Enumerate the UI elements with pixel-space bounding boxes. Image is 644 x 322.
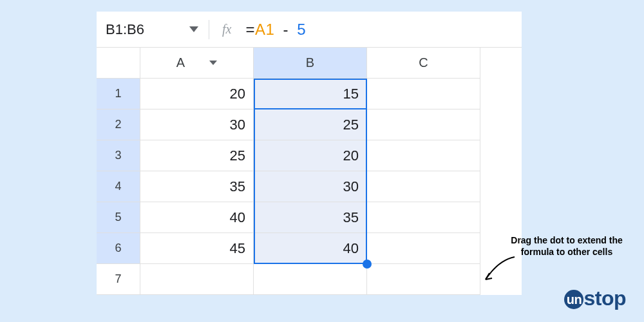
row-header-2[interactable]: 2 bbox=[97, 109, 140, 140]
column-header-b[interactable]: B bbox=[254, 48, 367, 79]
cell-b6[interactable]: 40 bbox=[254, 233, 367, 264]
cell-b5[interactable]: 35 bbox=[254, 202, 367, 233]
column-label: A bbox=[176, 55, 185, 70]
row-header-4[interactable]: 4 bbox=[97, 171, 140, 202]
annotation-text: Drag the dot to extend the formula to ot… bbox=[509, 234, 625, 258]
column-label: C bbox=[419, 55, 428, 70]
formula-bar[interactable]: =A1 - 5 bbox=[245, 21, 306, 39]
name-box[interactable]: B1:B6 bbox=[106, 21, 176, 38]
cell-c6[interactable] bbox=[367, 233, 480, 264]
fill-handle[interactable] bbox=[363, 260, 372, 269]
cell-a6[interactable]: 45 bbox=[140, 233, 254, 264]
formula-operator: - bbox=[283, 21, 289, 38]
spreadsheet-window: B1:B6 fx =A1 - 5 A B C 1 20 15 2 30 25 3… bbox=[97, 12, 522, 295]
cell-a1[interactable]: 20 bbox=[140, 79, 254, 109]
cell-c3[interactable] bbox=[367, 140, 480, 171]
row-header-3[interactable]: 3 bbox=[97, 140, 140, 171]
cell-b4[interactable]: 30 bbox=[254, 171, 367, 202]
cell-c1[interactable] bbox=[367, 79, 480, 109]
logo-prefix: un bbox=[564, 290, 583, 309]
logo-suffix: stop bbox=[583, 287, 626, 310]
cell-c4[interactable] bbox=[367, 171, 480, 202]
formula-equals: = bbox=[245, 21, 255, 38]
column-label: B bbox=[306, 55, 314, 70]
cell-b3[interactable]: 20 bbox=[254, 140, 367, 171]
formula-toolbar: B1:B6 fx =A1 - 5 bbox=[97, 12, 522, 48]
annotation-arrow-icon bbox=[479, 254, 518, 286]
cell-a7[interactable] bbox=[140, 264, 254, 295]
cell-a3[interactable]: 25 bbox=[140, 140, 254, 171]
cell-a4[interactable]: 35 bbox=[140, 171, 254, 202]
cell-b7[interactable] bbox=[254, 264, 367, 295]
column-header-c[interactable]: C bbox=[367, 48, 480, 79]
column-menu-icon[interactable] bbox=[209, 61, 217, 65]
cell-b1[interactable]: 15 bbox=[254, 79, 367, 109]
toolbar-divider bbox=[209, 20, 209, 39]
column-header-a[interactable]: A bbox=[140, 48, 254, 79]
formula-cell-ref: A1 bbox=[255, 21, 274, 38]
cell-b2[interactable]: 25 bbox=[254, 109, 367, 140]
cell-a2[interactable]: 30 bbox=[140, 109, 254, 140]
row-header-1[interactable]: 1 bbox=[97, 79, 140, 109]
brand-logo: unstop bbox=[564, 287, 626, 310]
fx-icon: fx bbox=[222, 22, 231, 37]
grid[interactable]: A B C 1 20 15 2 30 25 3 25 20 4 35 30 5 … bbox=[97, 48, 522, 295]
name-box-dropdown-icon[interactable] bbox=[189, 26, 198, 32]
cell-a5[interactable]: 40 bbox=[140, 202, 254, 233]
row-header-5[interactable]: 5 bbox=[97, 202, 140, 233]
cell-c2[interactable] bbox=[367, 109, 480, 140]
cell-c7[interactable] bbox=[367, 264, 480, 295]
cell-c5[interactable] bbox=[367, 202, 480, 233]
formula-number: 5 bbox=[297, 21, 306, 38]
select-all-corner[interactable] bbox=[97, 48, 140, 79]
row-header-6[interactable]: 6 bbox=[97, 233, 140, 264]
row-header-7[interactable]: 7 bbox=[97, 264, 140, 295]
